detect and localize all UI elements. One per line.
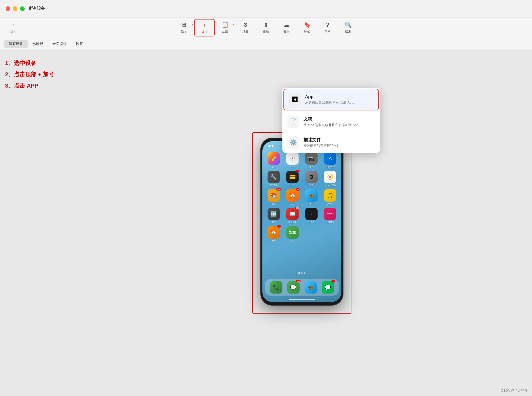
list-item[interactable]: 安妮 安妮 <box>284 226 301 242</box>
app-qqmusic-icon: 🎵 <box>324 189 336 202</box>
app-settings-icon: ⚙ <box>305 171 318 183</box>
dropdown-profile-title: 描述文件 <box>303 137 375 143</box>
prepare-icon: ⚙ <box>243 22 248 28</box>
list-item[interactable]: 📖 333 有道词典 <box>284 208 301 224</box>
help-button[interactable]: ? 帮助 <box>317 19 338 36</box>
list-item[interactable]: A App Store <box>322 152 339 168</box>
search-icon: 🔍 <box>345 22 352 28</box>
app-calc-icon: ÷ <box>305 208 318 220</box>
display-icon: 🖥 <box>181 22 187 28</box>
list-item[interactable]: 🌈 照片 <box>265 152 282 168</box>
blueprint-icon: 📋 <box>222 22 229 28</box>
dock: 📞 💬 1986 🦋 � <box>265 279 339 296</box>
list-item[interactable]: 📚 278 图书 <box>265 189 282 205</box>
back-button[interactable]: ‹ 返回 <box>10 22 16 34</box>
dropdown-doc-title: 文稿 <box>303 116 375 122</box>
app-home-icon: 🏠 12 <box>286 189 299 202</box>
list-item[interactable]: 🔤 翻译 <box>265 208 282 224</box>
app-wallet-icon: 💳 4 <box>286 171 299 183</box>
app-calc-label: 计算器 <box>308 221 314 224</box>
dock-wechat-icon: 💬 1 <box>322 281 334 294</box>
app-feather-label: 飞书 <box>309 202 313 205</box>
app-photos-label: 照片 <box>272 165 276 168</box>
app-360-label: 安妮 <box>290 239 294 242</box>
list-item[interactable]: 🏠 12 家庭 <box>284 189 301 205</box>
app-tools-label: 实用工具 <box>270 184 278 187</box>
wechat-badge: 1 <box>331 280 335 282</box>
search-button[interactable]: 🔍 搜索 <box>338 19 358 36</box>
list-item[interactable]: 💬 1 <box>322 281 334 294</box>
dropdown-item-doc[interactable]: 📄 文稿 从 Mac 选取文稿并将它们添加到 App。 <box>282 111 380 132</box>
maximize-button[interactable] <box>20 6 25 11</box>
list-item[interactable]: 🧭 Safari浏览器 <box>322 171 339 187</box>
subbar-supervised[interactable]: 已监督 <box>28 40 48 48</box>
display-button[interactable]: 🖥 显示 ▾ <box>174 19 194 36</box>
add-icon: ＋ <box>202 21 207 29</box>
app-grid: 🌈 照片 🕐 时钟 📷 相机 A App <box>262 150 341 244</box>
dropdown-app-text: App 从购买历史记录或 Mac 安装 App。 <box>305 94 374 105</box>
page-dot-3 <box>304 272 306 274</box>
doc-menu-icon: 📄 <box>287 116 299 128</box>
app-wallet-label: 钱包 <box>290 184 294 187</box>
list-item[interactable]: 🦋 飞书 <box>303 189 320 205</box>
list-item[interactable]: 🎵 QQ音乐 <box>322 189 339 205</box>
dropdown-app-title: App <box>305 94 374 99</box>
subbar-all-devices[interactable]: 所有设备 <box>4 40 28 48</box>
wallet-badge: 4 <box>296 170 300 172</box>
iphone-screen: 9:41 ●●● ▲ ▐ 🌈 照片 <box>262 141 341 302</box>
mark-icon: 🔖 <box>304 22 311 28</box>
app-photos-icon: 🌈 <box>268 152 280 165</box>
dropdown-doc-text: 文稿 从 Mac 选取文稿并将它们添加到 App。 <box>303 116 375 127</box>
app-mijia-label: 米家 <box>272 239 276 242</box>
list-item[interactable]: 🔧 实用工具 <box>265 171 282 187</box>
dropdown-item-app[interactable]: 🅰 App 从购买历史记录或 Mac 安装 App。 <box>283 89 379 110</box>
books-badge: 278 <box>276 188 281 191</box>
list-item[interactable]: 💬 1986 <box>287 281 300 294</box>
left-panel: 1、选中设备 2、点击顶部 + 加号 3、点击 APP <box>0 50 72 396</box>
dropdown-profile-desc: 安装配置和预置描述文件。 <box>303 144 375 148</box>
iphone-mockup: 9:41 ●●● ▲ ▐ 🌈 照片 <box>261 138 343 305</box>
close-button[interactable] <box>6 6 10 11</box>
status-time: 9:41 <box>268 144 273 147</box>
update-button[interactable]: ⬆ 更新 <box>256 19 276 36</box>
home-indicator <box>289 299 315 300</box>
app-settings-label: 设置 <box>309 184 313 187</box>
app-mijia-icon: 🏠 1 <box>268 226 280 239</box>
app-safari-icon: 🧭 <box>324 171 336 183</box>
help-icon: ? <box>326 22 329 28</box>
blueprint-button[interactable]: 📋 蓝图 ▾ <box>215 19 235 36</box>
mark-button[interactable]: 🔖 标记 <box>297 19 317 36</box>
list-item[interactable]: 💳 4 钱包 <box>284 171 301 187</box>
page-dot-2 <box>301 272 303 274</box>
app-clock-icon: 🕐 <box>286 152 299 165</box>
app-books-label: 图书 <box>272 202 276 205</box>
list-item[interactable]: 🏠 1 米家 <box>265 226 282 242</box>
message-badge: 1986 <box>296 280 300 282</box>
instruction-line1: 1、选中设备 <box>5 58 67 69</box>
subbar-unsupervised[interactable]: 未受监督 <box>48 40 71 48</box>
toolbar: ‹ 返回 🖥 显示 ▾ ＋ 添加 📋 蓝图 ▾ ⚙ 准备 ⬆ 更新 ☁ 备份 🔖… <box>0 17 532 38</box>
app-translate-label: 翻译 <box>272 221 276 224</box>
list-item[interactable]: 🕐 时钟 <box>284 152 301 168</box>
list-item[interactable]: 📞 <box>270 281 282 294</box>
backup-button[interactable]: ☁ 备份 <box>276 19 297 36</box>
dropdown-profile-text: 描述文件 安装配置和预置描述文件。 <box>303 137 375 148</box>
dropdown-item-profile[interactable]: ⚙️ 描述文件 安装配置和预置描述文件。 <box>282 132 380 153</box>
list-item[interactable]: ÷ 计算器 <box>303 208 320 224</box>
traffic-lights <box>0 6 25 11</box>
list-item[interactable]: ⚙ 设置 <box>303 171 320 187</box>
instruction-line3: 3、点击 APP <box>5 80 67 91</box>
add-button[interactable]: ＋ 添加 <box>194 19 215 36</box>
list-item[interactable]: 📷 相机 <box>303 152 320 168</box>
update-icon: ⬆ <box>264 22 268 28</box>
app-home-label: 家庭 <box>290 202 294 205</box>
app-tools-icon: 🔧 <box>268 171 280 183</box>
minimize-button[interactable] <box>13 6 17 11</box>
app-camera-icon: 📷 <box>305 152 318 165</box>
subbar-restore[interactable]: 恢复 <box>71 40 88 48</box>
list-item[interactable]: 〜〜 心爱音乐 <box>322 208 339 224</box>
list-item[interactable]: 🦋 <box>304 281 317 294</box>
instructions: 1、选中设备 2、点击顶部 + 加号 3、点击 APP <box>5 58 67 91</box>
prepare-button[interactable]: ⚙ 准备 <box>235 19 256 36</box>
back-icon: ‹ <box>12 22 14 28</box>
